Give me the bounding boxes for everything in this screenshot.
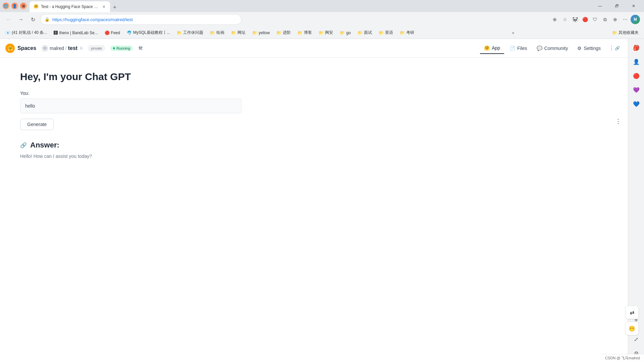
bookmark-label: 绘画 — [216, 30, 224, 36]
nav-community[interactable]: 💬 Community — [533, 43, 572, 54]
mysql-icon: 🐬 — [127, 31, 132, 35]
bookmark-advanced[interactable]: 📁 进阶 — [274, 28, 293, 37]
app-content: Hey, I'm your Chat GPT You: Generate 🔗 A… — [0, 58, 302, 172]
nav-more-button[interactable]: ⋮ 🔗 — [606, 42, 623, 54]
active-tab[interactable]: 🤗 Test - a Hugging Face Space by ... × — [30, 1, 110, 12]
bookmark-feed[interactable]: 🔴 Feed — [102, 29, 123, 37]
bookmark-drawing[interactable]: 📁 绘画 — [207, 28, 227, 37]
back-button[interactable]: ← — [4, 15, 13, 24]
bookmark-yellow[interactable]: 📁 yellow — [250, 29, 272, 37]
bookmark-label: 网址 — [237, 30, 246, 36]
address-bar: ← → ↻ 🔒 https://huggingface.co/spaces/ma… — [0, 12, 644, 27]
nav-community-label: Community — [544, 46, 568, 51]
mail-icon: 📧 — [5, 31, 10, 35]
collections-icon[interactable]: ⊕ — [610, 15, 620, 24]
sidebar-bag-icon[interactable]: 🎒 — [630, 42, 642, 54]
translate-float-button[interactable]: ⇄ — [625, 306, 639, 319]
nav-app-label: App — [492, 45, 500, 51]
bookmark-label: 进阶 — [283, 30, 291, 36]
generate-button[interactable]: Generate — [20, 119, 54, 130]
answer-link-icon[interactable]: 🔗 — [20, 142, 27, 148]
nav-settings-label: Settings — [584, 46, 601, 51]
bookmark-icon[interactable]: ☆ — [560, 15, 570, 24]
private-badge: private — [88, 45, 105, 51]
bookmark-security[interactable]: 📁 网安 — [316, 28, 336, 37]
more-dots-icon: ⋮ — [609, 45, 614, 51]
app-area: ⋮ Hey, I'm your Chat GPT You: Generate 🔗… — [0, 58, 644, 172]
forward-button[interactable]: → — [16, 15, 25, 24]
folder-icon: 📁 — [252, 31, 257, 35]
folder-icon: 📁 — [340, 31, 345, 35]
chat-float-button[interactable]: 😶 — [625, 322, 639, 335]
bookmark-go[interactable]: 📁 go — [337, 29, 353, 37]
title-bar: 🌐 👤 ⊞ 🤗 Test - a Hugging Face Space by .… — [0, 0, 644, 12]
bookmark-url[interactable]: 📁 网址 — [228, 28, 248, 37]
community-icon: 💬 — [537, 46, 542, 51]
user-input[interactable] — [20, 99, 241, 113]
sidebar-blue-icon[interactable]: 💙 — [630, 98, 642, 110]
floating-buttons: ⇄ 😶 — [625, 306, 639, 335]
app-title: Hey, I'm your Chat GPT — [20, 71, 282, 82]
answer-text: Hello! How can I assist you today? — [20, 154, 282, 159]
running-dot — [113, 47, 115, 49]
folder-icon: 📁 — [358, 31, 363, 35]
title-bar-left: 🌐 👤 ⊞ — [3, 3, 27, 9]
bandlab-icon: 🅱 — [54, 31, 58, 35]
app-menu-button[interactable]: ⋮ — [612, 116, 624, 126]
copy-icon[interactable]: ⎘ — [80, 46, 83, 51]
folder-icon: 📁 — [231, 31, 236, 35]
breadcrumb-username-link[interactable]: malred — [50, 46, 64, 51]
folder-icon: 📁 — [210, 31, 215, 35]
files-icon: 📄 — [509, 46, 515, 51]
bookmark-label: MySQL基础教程丨... — [133, 30, 170, 36]
feed-icon: 🔴 — [105, 31, 110, 35]
bookmarks-more-button[interactable]: » — [509, 29, 517, 37]
browser-icon: 🌐 — [3, 3, 9, 9]
bookmark-label: 其他收藏夹 — [619, 30, 639, 36]
bookmark-english[interactable]: 📁 英语 — [376, 28, 396, 37]
address-actions: ⊕ ☆ 🐼 🔴 🛡 ⧉ ⊕ ⋯ M — [550, 15, 640, 24]
tab-grid-icon[interactable]: ⊞ — [20, 3, 27, 9]
nav-files[interactable]: 📄 Files — [505, 43, 531, 54]
bookmark-blog[interactable]: 📁 博客 — [295, 28, 315, 37]
more-menu-button[interactable]: ⋯ — [621, 15, 630, 24]
nav-app[interactable]: 🤗 App — [480, 43, 504, 54]
hf-logo[interactable]: 🤗 Spaces — [5, 44, 36, 53]
running-badge: Running — [110, 46, 133, 51]
bookmark-label: 英语 — [385, 30, 393, 36]
extension-icon-2[interactable]: 🔴 — [580, 15, 590, 24]
bookmark-label: go — [346, 31, 351, 35]
nav-files-label: Files — [517, 46, 527, 51]
tab-close-button[interactable]: × — [102, 3, 106, 10]
bookmark-other[interactable]: 📁 其他收藏夹 — [609, 28, 641, 37]
bookmark-bandlab[interactable]: 🅱 thenx | BandLab Se... — [51, 29, 100, 37]
minimize-button[interactable]: — — [592, 0, 608, 12]
bookmark-gaokao[interactable]: 📁 考研 — [397, 28, 417, 37]
breadcrumb-user: m malred — [42, 45, 64, 52]
extension-icon-3[interactable]: 🛡 — [590, 15, 600, 24]
sidebar-person-icon[interactable]: 👤 — [630, 56, 642, 68]
extension-icon-1[interactable]: 🐼 — [570, 15, 580, 24]
folder-icon: 📁 — [379, 31, 384, 35]
bookmark-interview[interactable]: 📁 面试 — [355, 28, 375, 37]
sidebar-toggle-icon[interactable]: ⧉ — [600, 15, 610, 24]
tools-icon[interactable]: 🛠 — [138, 46, 143, 51]
answer-section: 🔗 Answer: Hello! How can I assist you to… — [20, 141, 282, 159]
nav-settings[interactable]: ⚙ Settings — [573, 43, 605, 54]
hf-logo-icon: 🤗 — [5, 44, 15, 53]
bookmark-mail[interactable]: 📧 (41 封私信 / 40 条... — [3, 28, 50, 37]
bookmark-work[interactable]: 📁 工作休问题 — [174, 28, 206, 37]
address-field[interactable]: 🔒 https://huggingface.co/spaces/malred/t… — [40, 14, 241, 25]
sidebar-purple-icon[interactable]: 💜 — [630, 84, 642, 96]
bookmark-label: 博客 — [304, 30, 312, 36]
browser-user-avatar[interactable]: M — [631, 15, 640, 24]
refresh-button[interactable]: ↻ — [28, 15, 38, 24]
close-button[interactable]: ✕ — [626, 0, 641, 12]
bookmark-mysql[interactable]: 🐬 MySQL基础教程丨... — [124, 28, 173, 37]
translate-icon[interactable]: ⊕ — [550, 15, 559, 24]
bookmark-label: 面试 — [364, 30, 372, 36]
sidebar-circle-icon[interactable]: 🔴 — [630, 70, 642, 82]
maximize-button[interactable]: 🗗 — [609, 0, 625, 12]
hf-header: 🤗 Spaces m malred / test ⎘ private Runni… — [0, 39, 644, 58]
new-tab-button[interactable]: + — [110, 3, 119, 12]
